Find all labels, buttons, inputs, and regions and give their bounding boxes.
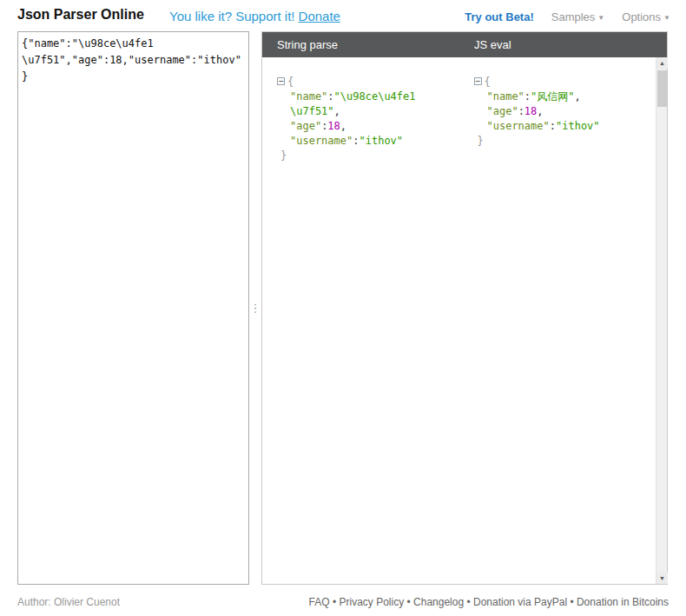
footer-link[interactable]: Privacy Policy	[339, 596, 404, 608]
collapse-minus-icon[interactable]: −	[474, 77, 482, 85]
json-token-key: "username"	[290, 135, 353, 147]
json-token-brace: {	[485, 76, 491, 88]
footer-link[interactable]: Donation in Bitcoins	[577, 596, 669, 608]
tree-line: }	[474, 134, 656, 149]
grip-dots-icon: ⋮	[250, 306, 261, 311]
header-menu-group: Try out Beta! Samples▼ Options▼	[465, 10, 670, 23]
splitter-handle[interactable]: ⋮	[249, 31, 261, 585]
json-token-brace: }	[280, 149, 287, 162]
footer-link[interactable]: FAQ	[309, 596, 330, 608]
json-parser-online-app: Json Parser Online You like it? Support …	[0, 0, 686, 616]
footer: Author: Olivier Cuenot FAQ • Privacy Pol…	[0, 594, 686, 612]
chevron-down-icon: ▼	[597, 14, 604, 22]
json-token-punct: :	[550, 120, 556, 132]
tree-line: −{	[277, 75, 459, 89]
chevron-down-icon: ▼	[663, 14, 670, 22]
tree-line: −{	[474, 75, 656, 89]
json-token-key: "age"	[487, 105, 518, 117]
scrollbar-thumb[interactable]	[657, 70, 667, 107]
json-token-key: "age"	[290, 120, 321, 132]
js-eval-result: −{"name":"风信网","age":18,"username":"itho…	[459, 57, 656, 584]
footer-link-separator: •	[404, 596, 413, 608]
author-credit: Author: Olivier Cuenot	[17, 596, 120, 608]
footer-link[interactable]: Changelog	[413, 596, 464, 608]
donate-link[interactable]: Donate	[299, 9, 340, 23]
samples-menu[interactable]: Samples▼	[551, 10, 605, 23]
scroll-down-icon[interactable]: ▼	[656, 573, 668, 584]
scrollbar[interactable]: ▲ ▼	[656, 57, 667, 584]
tree-line: "username":"ithov"	[474, 119, 656, 134]
json-token-string: "ithov"	[359, 135, 403, 147]
footer-link[interactable]: Donation via PayPal	[473, 596, 567, 608]
tree-line: \u7f51",	[277, 104, 459, 119]
tree-line: "age":18,	[474, 104, 656, 119]
results-panel: String parse JS eval −{"name":"\u98ce\u4…	[261, 31, 668, 585]
footer-link-separator: •	[567, 596, 577, 608]
json-token-string: "ithov"	[556, 120, 600, 132]
samples-menu-label: Samples	[551, 10, 596, 23]
column-header-js-eval: JS eval	[474, 32, 511, 57]
json-token-punct: ,	[537, 105, 543, 117]
json-token-brace: }	[478, 135, 484, 147]
string-parse-result: −{"name":"\u98ce\u4fe1\u7f51","age":18,"…	[262, 57, 459, 584]
footer-link-separator: •	[464, 596, 473, 608]
header: Json Parser Online You like it? Support …	[0, 0, 686, 31]
json-token-key: "name"	[290, 90, 327, 103]
json-token-brace: {	[287, 76, 294, 88]
tree-line: "username":"ithov"	[277, 134, 459, 149]
json-token-key: "name"	[487, 90, 524, 103]
options-menu-label: Options	[622, 10, 661, 23]
tree-line: "age":18,	[277, 119, 459, 134]
tree-line: "name":"\u98ce\u4fe1	[277, 89, 459, 104]
support-message: You like it? Support it!Donate	[169, 9, 340, 23]
scroll-up-icon[interactable]: ▲	[656, 57, 668, 69]
json-token-key: "username"	[487, 120, 550, 132]
json-token-punct: :	[524, 90, 531, 103]
json-token-punct: ,	[340, 120, 346, 132]
column-header-string-parse: String parse	[277, 32, 338, 57]
json-token-string: "\u98ce\u4fe1	[334, 90, 416, 103]
json-token-punct: :	[518, 105, 524, 117]
footer-link-separator: •	[330, 596, 340, 608]
json-token-number: 18	[327, 120, 340, 132]
options-menu[interactable]: Options▼	[622, 10, 670, 23]
tree-line: "name":"风信网",	[474, 89, 656, 104]
json-input[interactable]: {"name":"\u98ce\u4fe1 \u7f51","age":18,"…	[17, 31, 249, 585]
json-token-string: \u7f51"	[290, 105, 334, 117]
try-beta-link[interactable]: Try out Beta!	[465, 10, 533, 23]
collapse-minus-icon[interactable]: −	[277, 77, 285, 85]
json-token-punct: ,	[334, 105, 340, 117]
json-token-number: 18	[524, 105, 537, 117]
results-header-bar: String parse JS eval	[262, 32, 667, 57]
footer-links: FAQ • Privacy Policy • Changelog • Donat…	[309, 596, 669, 608]
json-token-punct: ,	[575, 90, 581, 103]
page-title: Json Parser Online	[17, 7, 144, 23]
json-token-string: "风信网"	[531, 90, 574, 103]
support-text: You like it? Support it!	[169, 9, 295, 23]
results-body: −{"name":"\u98ce\u4fe1\u7f51","age":18,"…	[262, 57, 656, 584]
tree-line: }	[277, 149, 459, 163]
json-token-punct: :	[327, 90, 333, 103]
